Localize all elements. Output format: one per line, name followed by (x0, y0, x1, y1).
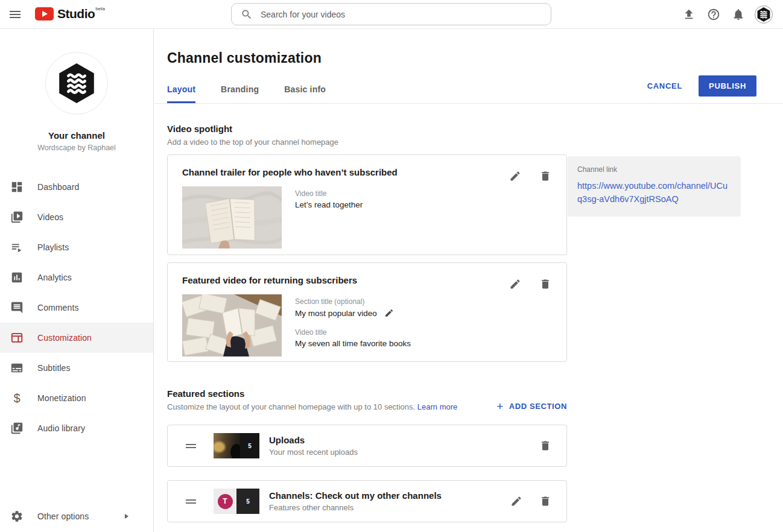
channels-thumbnail: T 5 (214, 489, 259, 514)
field-label: Video title (295, 328, 411, 337)
channel-link-url[interactable]: https://www.youtube.com/channel/UCuq3sg-… (577, 179, 730, 206)
tab-layout[interactable]: Layout (167, 84, 195, 103)
video-count: 5 (248, 443, 252, 449)
channel-count: 5 (246, 498, 250, 505)
tab-branding[interactable]: Branding (221, 84, 259, 103)
sidebar-item-audio-library[interactable]: Audio library (0, 413, 153, 443)
sidebar-item-subtitles[interactable]: Subtitles (0, 353, 153, 383)
search-icon (241, 8, 253, 21)
row-info: Channels: Check out my other channels Fe… (269, 490, 442, 512)
row-actions (510, 495, 551, 507)
card-body: Section title (optional) My most popular… (182, 294, 552, 356)
featured-section-row-uploads: 5 Uploads Your most recent uploads (167, 425, 567, 467)
card-title: Channel trailer for people who haven’t s… (182, 167, 552, 177)
edit-icon[interactable] (509, 170, 521, 182)
featured-sections-head: Customize the layout of your channel hom… (167, 399, 567, 411)
page-header: Channel customization Layout Branding Ba… (154, 29, 783, 103)
field-label: Video title (295, 189, 363, 198)
channel-subtitle: Wordscape by Raphael (0, 144, 153, 152)
sidebar-item-analytics[interactable]: Analytics (0, 262, 153, 293)
video-thumbnail-scattered-books (182, 294, 282, 356)
playlists-icon (10, 241, 24, 254)
videos-icon (10, 211, 24, 224)
channel-trailer-card: Channel trailer for people who haven’t s… (167, 154, 567, 255)
field-label: Section title (optional) (295, 297, 411, 306)
top-bar: Studio beta (0, 0, 783, 29)
drag-handle-icon[interactable] (186, 442, 196, 450)
sidebar-item-label: Playlists (37, 242, 69, 252)
analytics-icon (10, 271, 24, 284)
sidebar-item-monetization[interactable]: $ Monetization (0, 383, 153, 413)
sidebar-item-other-options[interactable]: Other options (0, 500, 153, 532)
edit-icon[interactable] (384, 308, 394, 318)
beta-label: beta (95, 6, 105, 11)
sidebar-item-label: Subtitles (37, 363, 71, 373)
publish-button[interactable]: PUBLISH (699, 75, 756, 97)
tab-basic-info[interactable]: Basic info (284, 84, 326, 103)
delete-icon[interactable] (539, 440, 551, 452)
cancel-button[interactable]: CANCEL (647, 81, 682, 90)
channel-title: Your channel (0, 130, 153, 141)
content-area: Video spotlight Add a video to the top o… (154, 104, 783, 522)
channel-link-box: Channel link https://www.youtube.com/cha… (568, 156, 741, 217)
sidebar-item-videos[interactable]: Videos (0, 202, 153, 232)
youtube-studio-logo[interactable]: Studio beta (35, 7, 105, 21)
monetization-icon: $ (10, 391, 24, 405)
video-thumbnail-open-book (182, 186, 282, 249)
delete-icon[interactable] (539, 495, 551, 507)
brand-text: Studio (57, 7, 95, 21)
featured-sections: Featured sections Customize the layout o… (167, 388, 567, 522)
featured-sections-subtitle: Customize the layout of your channel hom… (167, 402, 457, 411)
delete-icon[interactable] (539, 278, 551, 290)
row-info: Uploads Your most recent uploads (269, 435, 358, 457)
main-panel: Channel customization Layout Branding Ba… (154, 29, 783, 532)
learn-more-link[interactable]: Learn more (417, 402, 457, 411)
channel-avatar (45, 52, 108, 115)
video-spotlight-subtitle: Add a video to the top of your channel h… (167, 138, 783, 147)
chevron-right-icon (125, 514, 128, 519)
card-title: Featured video for returning subscribers (182, 275, 552, 285)
subtitles-icon (10, 361, 24, 375)
sidebar: Your channel Wordscape by Raphael Dashbo… (0, 29, 154, 532)
account-avatar[interactable] (755, 5, 773, 24)
row-actions (539, 440, 551, 452)
upload-icon[interactable] (676, 0, 701, 29)
channel-header: Your channel Wordscape by Raphael (0, 29, 153, 152)
field-value: My seven all time favorite books (295, 339, 411, 348)
sidebar-item-label: Dashboard (37, 182, 79, 192)
sidebar-item-customization[interactable]: Customization (0, 323, 153, 353)
menu-icon[interactable] (8, 7, 22, 22)
field-value-text: My most popular video (295, 309, 377, 318)
card-fields: Video title Let’s read together (295, 186, 363, 249)
topbar-actions (676, 0, 776, 29)
other-options-label: Other options (37, 511, 89, 521)
sidebar-item-label: Monetization (37, 393, 86, 403)
customization-icon (10, 331, 24, 344)
help-icon[interactable] (701, 0, 726, 29)
sidebar-item-label: Customization (37, 333, 92, 343)
header-actions: CANCEL PUBLISH (647, 75, 756, 97)
sidebar-item-label: Audio library (37, 423, 85, 433)
sidebar-item-comments[interactable]: Comments (0, 293, 153, 323)
uploads-thumbnail: 5 (214, 433, 259, 458)
video-spotlight-title: Video spotlight (167, 124, 783, 134)
sidebar-item-label: Videos (37, 212, 63, 222)
card-actions (509, 278, 551, 290)
audio-library-icon (10, 422, 24, 435)
channel-count-panel: 5 (236, 489, 259, 514)
edit-icon[interactable] (509, 278, 521, 290)
featured-video-card: Featured video for returning subscribers (167, 262, 567, 362)
sidebar-item-playlists[interactable]: Playlists (0, 232, 153, 262)
delete-icon[interactable] (539, 170, 551, 182)
row-title: Channels: Check out my other channels (269, 490, 442, 501)
notifications-icon[interactable] (726, 0, 750, 29)
edit-icon[interactable] (510, 495, 522, 507)
card-actions (509, 170, 551, 182)
search-input[interactable] (261, 10, 551, 19)
sidebar-item-dashboard[interactable]: Dashboard (0, 172, 153, 202)
gear-icon (10, 510, 24, 523)
drag-handle-icon[interactable] (186, 498, 196, 505)
sidebar-nav: Dashboard Videos Playlists Analytics Com… (0, 172, 153, 443)
add-section-button[interactable]: + ADD SECTION (496, 402, 567, 411)
page-title: Channel customization (167, 29, 783, 66)
